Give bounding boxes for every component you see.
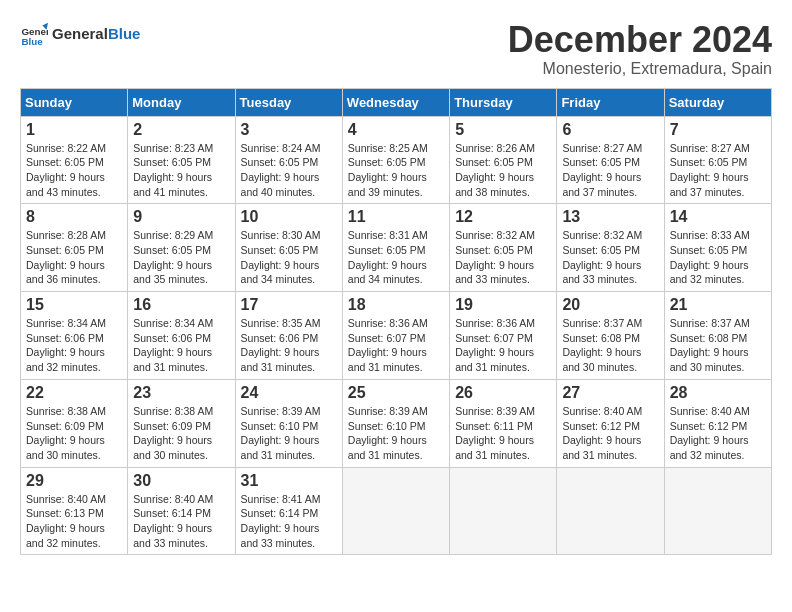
sunrise-label: Sunrise:	[241, 493, 282, 505]
sunset-value: 6:13 PM	[65, 507, 104, 519]
daylight-label: Daylight: 9 hours and 31 minutes.	[348, 346, 427, 373]
sunset-label: Sunset:	[26, 332, 65, 344]
day-info: Sunrise: 8:32 AM Sunset: 6:05 PM Dayligh…	[562, 228, 658, 287]
column-header-sunday: Sunday	[21, 88, 128, 116]
logo: General Blue GeneralBlue	[20, 20, 140, 48]
sunset-value: 6:05 PM	[65, 156, 104, 168]
sunrise-label: Sunrise:	[455, 405, 496, 417]
day-cell-13: 13 Sunrise: 8:32 AM Sunset: 6:05 PM Dayl…	[557, 204, 664, 292]
sunrise-label: Sunrise:	[670, 142, 711, 154]
day-info: Sunrise: 8:24 AM Sunset: 6:05 PM Dayligh…	[241, 141, 337, 200]
day-cell-31: 31 Sunrise: 8:41 AM Sunset: 6:14 PM Dayl…	[235, 467, 342, 555]
sunrise-value: 8:41 AM	[282, 493, 321, 505]
sunrise-value: 8:40 AM	[711, 405, 750, 417]
sunset-value: 6:05 PM	[279, 156, 318, 168]
sunset-label: Sunset:	[455, 420, 494, 432]
day-cell-30: 30 Sunrise: 8:40 AM Sunset: 6:14 PM Dayl…	[128, 467, 235, 555]
sunrise-label: Sunrise:	[26, 229, 67, 241]
day-cell-29: 29 Sunrise: 8:40 AM Sunset: 6:13 PM Dayl…	[21, 467, 128, 555]
sunrise-label: Sunrise:	[26, 317, 67, 329]
sunrise-value: 8:24 AM	[282, 142, 321, 154]
daylight-label: Daylight: 9 hours and 34 minutes.	[241, 259, 320, 286]
sunset-value: 6:06 PM	[279, 332, 318, 344]
sunset-label: Sunset:	[26, 507, 65, 519]
sunset-value: 6:05 PM	[708, 156, 747, 168]
daylight-label: Daylight: 9 hours and 31 minutes.	[241, 434, 320, 461]
sunset-label: Sunset:	[133, 244, 172, 256]
day-cell-11: 11 Sunrise: 8:31 AM Sunset: 6:05 PM Dayl…	[342, 204, 449, 292]
sunrise-label: Sunrise:	[562, 229, 603, 241]
day-cell-25: 25 Sunrise: 8:39 AM Sunset: 6:10 PM Dayl…	[342, 379, 449, 467]
sunrise-label: Sunrise:	[348, 317, 389, 329]
daylight-label: Daylight: 9 hours and 30 minutes.	[133, 434, 212, 461]
sunrise-value: 8:30 AM	[282, 229, 321, 241]
sunset-label: Sunset:	[348, 156, 387, 168]
day-cell-2: 2 Sunrise: 8:23 AM Sunset: 6:05 PM Dayli…	[128, 116, 235, 204]
day-cell-5: 5 Sunrise: 8:26 AM Sunset: 6:05 PM Dayli…	[450, 116, 557, 204]
sunset-value: 6:05 PM	[279, 244, 318, 256]
daylight-label: Daylight: 9 hours and 31 minutes.	[562, 434, 641, 461]
day-info: Sunrise: 8:33 AM Sunset: 6:05 PM Dayligh…	[670, 228, 766, 287]
day-info: Sunrise: 8:35 AM Sunset: 6:06 PM Dayligh…	[241, 316, 337, 375]
day-cell-26: 26 Sunrise: 8:39 AM Sunset: 6:11 PM Dayl…	[450, 379, 557, 467]
day-info: Sunrise: 8:22 AM Sunset: 6:05 PM Dayligh…	[26, 141, 122, 200]
sunset-label: Sunset:	[455, 244, 494, 256]
sunrise-value: 8:32 AM	[604, 229, 643, 241]
sunrise-value: 8:22 AM	[67, 142, 106, 154]
sunset-value: 6:07 PM	[386, 332, 425, 344]
sunset-value: 6:05 PM	[172, 244, 211, 256]
sunset-value: 6:14 PM	[172, 507, 211, 519]
sunrise-value: 8:34 AM	[67, 317, 106, 329]
column-header-tuesday: Tuesday	[235, 88, 342, 116]
logo-icon: General Blue	[20, 20, 48, 48]
sunrise-label: Sunrise:	[241, 317, 282, 329]
daylight-label: Daylight: 9 hours and 43 minutes.	[26, 171, 105, 198]
sunrise-value: 8:39 AM	[389, 405, 428, 417]
day-info: Sunrise: 8:36 AM Sunset: 6:07 PM Dayligh…	[348, 316, 444, 375]
sunrise-value: 8:37 AM	[711, 317, 750, 329]
day-cell-18: 18 Sunrise: 8:36 AM Sunset: 6:07 PM Dayl…	[342, 292, 449, 380]
day-info: Sunrise: 8:41 AM Sunset: 6:14 PM Dayligh…	[241, 492, 337, 551]
sunrise-label: Sunrise:	[348, 405, 389, 417]
calendar-header-row: SundayMondayTuesdayWednesdayThursdayFrid…	[21, 88, 772, 116]
sunrise-label: Sunrise:	[670, 317, 711, 329]
sunset-value: 6:06 PM	[172, 332, 211, 344]
sunrise-label: Sunrise:	[133, 229, 174, 241]
sunrise-label: Sunrise:	[562, 142, 603, 154]
daylight-label: Daylight: 9 hours and 31 minutes.	[241, 346, 320, 373]
daylight-label: Daylight: 9 hours and 33 minutes.	[562, 259, 641, 286]
sunset-value: 6:05 PM	[494, 156, 533, 168]
sunset-value: 6:05 PM	[386, 156, 425, 168]
sunrise-label: Sunrise:	[133, 317, 174, 329]
day-info: Sunrise: 8:31 AM Sunset: 6:05 PM Dayligh…	[348, 228, 444, 287]
sunset-label: Sunset:	[241, 507, 280, 519]
day-number: 1	[26, 121, 122, 139]
day-info: Sunrise: 8:40 AM Sunset: 6:13 PM Dayligh…	[26, 492, 122, 551]
day-cell-12: 12 Sunrise: 8:32 AM Sunset: 6:05 PM Dayl…	[450, 204, 557, 292]
logo-general: General	[52, 25, 108, 42]
calendar-week-row: 15 Sunrise: 8:34 AM Sunset: 6:06 PM Dayl…	[21, 292, 772, 380]
daylight-label: Daylight: 9 hours and 31 minutes.	[133, 346, 212, 373]
daylight-label: Daylight: 9 hours and 30 minutes.	[562, 346, 641, 373]
day-cell-20: 20 Sunrise: 8:37 AM Sunset: 6:08 PM Dayl…	[557, 292, 664, 380]
day-number: 16	[133, 296, 229, 314]
day-info: Sunrise: 8:40 AM Sunset: 6:14 PM Dayligh…	[133, 492, 229, 551]
day-number: 17	[241, 296, 337, 314]
day-cell-17: 17 Sunrise: 8:35 AM Sunset: 6:06 PM Dayl…	[235, 292, 342, 380]
day-info: Sunrise: 8:27 AM Sunset: 6:05 PM Dayligh…	[562, 141, 658, 200]
day-number: 8	[26, 208, 122, 226]
daylight-label: Daylight: 9 hours and 37 minutes.	[670, 171, 749, 198]
day-info: Sunrise: 8:38 AM Sunset: 6:09 PM Dayligh…	[133, 404, 229, 463]
sunrise-value: 8:29 AM	[175, 229, 214, 241]
calendar-week-row: 22 Sunrise: 8:38 AM Sunset: 6:09 PM Dayl…	[21, 379, 772, 467]
daylight-label: Daylight: 9 hours and 32 minutes.	[670, 259, 749, 286]
sunset-value: 6:05 PM	[601, 244, 640, 256]
day-number: 2	[133, 121, 229, 139]
daylight-label: Daylight: 9 hours and 37 minutes.	[562, 171, 641, 198]
day-info: Sunrise: 8:39 AM Sunset: 6:10 PM Dayligh…	[348, 404, 444, 463]
day-cell-22: 22 Sunrise: 8:38 AM Sunset: 6:09 PM Dayl…	[21, 379, 128, 467]
sunrise-value: 8:27 AM	[711, 142, 750, 154]
sunrise-label: Sunrise:	[455, 317, 496, 329]
svg-text:Blue: Blue	[21, 36, 43, 47]
daylight-label: Daylight: 9 hours and 31 minutes.	[455, 434, 534, 461]
